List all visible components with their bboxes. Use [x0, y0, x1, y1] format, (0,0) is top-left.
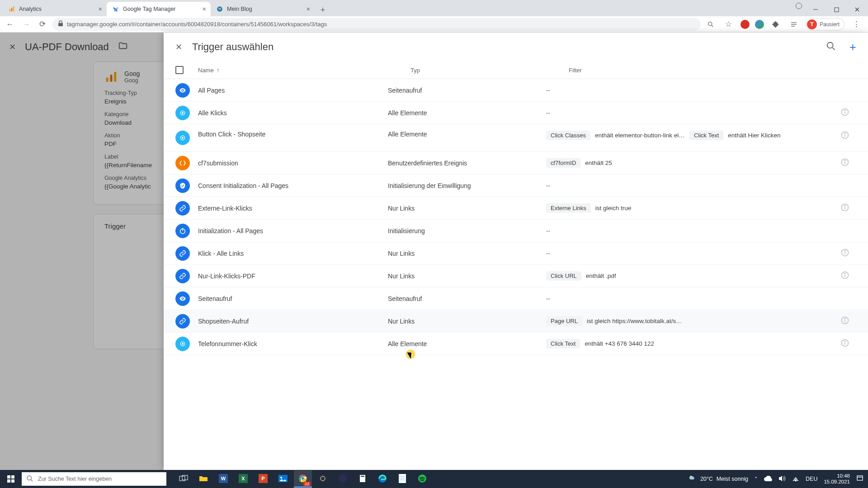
tray-chevron-icon[interactable]: ˄: [755, 476, 758, 483]
column-filter-header[interactable]: Filter: [569, 67, 834, 74]
weather-widget[interactable]: 20°C Meist sonnig: [688, 474, 748, 483]
trigger-type-icon: [175, 106, 190, 120]
trigger-name: Shopseiten-Aufruf: [198, 318, 388, 325]
column-name-header[interactable]: Name↑: [198, 66, 410, 74]
info-icon[interactable]: [840, 158, 849, 168]
bookmark-star-icon[interactable]: ☆: [722, 18, 735, 31]
column-type-header[interactable]: Typ: [410, 67, 569, 74]
weather-text: Meist sonnig: [717, 476, 748, 482]
trigger-type: Nur Links: [388, 205, 546, 212]
info-icon[interactable]: [840, 338, 849, 349]
trigger-filter: cf7formIDenthält 25: [546, 158, 834, 168]
volume-icon[interactable]: [778, 475, 786, 483]
trigger-type-icon: [175, 201, 190, 216]
trigger-row[interactable]: Externe-Link-KlicksNur LinksExterne Link…: [164, 197, 868, 220]
info-icon[interactable]: [840, 203, 849, 213]
close-tab-icon[interactable]: ×: [307, 5, 310, 13]
info-icon[interactable]: [840, 108, 849, 118]
info-icon[interactable]: [840, 248, 849, 258]
obs-icon[interactable]: [314, 470, 332, 488]
reload-button[interactable]: ⟳: [36, 18, 49, 31]
svg-rect-0: [9, 9, 10, 11]
svg-point-20: [827, 42, 833, 48]
trigger-type: Nur Links: [388, 318, 546, 325]
trigger-row[interactable]: Button Click - ShopseiteAlle ElementeCli…: [164, 124, 868, 152]
trigger-name: cf7submission: [198, 160, 388, 167]
add-trigger-button[interactable]: +: [849, 40, 856, 54]
info-icon[interactable]: [840, 131, 849, 141]
svg-point-71: [280, 477, 282, 479]
select-all-checkbox[interactable]: [175, 66, 184, 74]
svg-point-74: [319, 474, 327, 483]
close-panel-button[interactable]: ✕: [175, 42, 182, 52]
notifications-icon[interactable]: [856, 475, 863, 483]
reading-list-icon[interactable]: [788, 18, 800, 31]
maximize-button[interactable]: [826, 3, 846, 16]
url-input[interactable]: tagmanager.google.com/#/container/accoun…: [52, 18, 701, 31]
browser-tab-blog[interactable]: W Mein Blog ×: [211, 2, 315, 16]
close-window-button[interactable]: [847, 3, 867, 16]
excel-icon[interactable]: X: [234, 470, 252, 488]
trigger-row[interactable]: All PagesSeitenaufruf--: [164, 79, 868, 102]
close-tab-icon[interactable]: ×: [203, 5, 206, 13]
filter-text: enthält .pdf: [586, 272, 616, 279]
task-view-icon[interactable]: [175, 470, 193, 488]
filter-chip: Click Text: [546, 339, 580, 348]
app-icon[interactable]: [354, 470, 372, 488]
edge-icon[interactable]: [373, 470, 392, 488]
trigger-type: Seitenaufruf: [388, 87, 546, 94]
trigger-row[interactable]: Consent Initialization - All PagesInitia…: [164, 174, 868, 197]
svg-point-46: [844, 273, 845, 274]
trigger-filter: --: [546, 182, 834, 189]
file-explorer-icon[interactable]: [194, 470, 212, 488]
language-indicator[interactable]: DEU: [806, 476, 817, 482]
extension-icon[interactable]: [741, 20, 750, 29]
trigger-row[interactable]: Initialization - All PagesInitialisierun…: [164, 220, 868, 242]
clock[interactable]: 10:48 15.09.2021: [824, 473, 850, 485]
forward-button[interactable]: →: [20, 18, 33, 31]
trigger-type-icon: [175, 337, 190, 351]
trigger-name: Seitenaufruf: [198, 295, 388, 302]
app-icon[interactable]: [334, 470, 352, 488]
trigger-row[interactable]: Telefonnummer-KlickAlle ElementeClick Te…: [164, 333, 868, 355]
filter-empty: --: [546, 109, 550, 117]
trigger-type: Alle Elemente: [388, 109, 546, 117]
browser-menu-icon[interactable]: ⋮: [850, 18, 863, 31]
onedrive-icon[interactable]: [764, 476, 772, 483]
trigger-row[interactable]: Nur-Link-Klicks-PDFNur LinksClick URLent…: [164, 265, 868, 287]
search-placeholder: Zur Suche Text hier eingeben: [38, 476, 112, 482]
new-tab-button[interactable]: +: [316, 4, 329, 16]
back-button[interactable]: ←: [4, 18, 16, 31]
zoom-icon[interactable]: [704, 18, 717, 31]
taskbar-search[interactable]: Zur Suche Text hier eingeben: [22, 472, 166, 486]
trigger-row[interactable]: cf7submissionBenutzerdefiniertes Ereigni…: [164, 152, 868, 174]
minimize-button[interactable]: [806, 3, 826, 16]
browser-tab-gtm[interactable]: Google Tag Manager ×: [107, 2, 211, 16]
svg-rect-78: [361, 476, 364, 477]
powerpoint-icon[interactable]: P: [254, 470, 272, 488]
close-tab-icon[interactable]: ×: [99, 5, 102, 13]
browser-tab-analytics[interactable]: Analytics ×: [3, 2, 107, 16]
photos-icon[interactable]: [274, 470, 292, 488]
profile-chip[interactable]: T Pausiert: [806, 18, 844, 31]
extensions-menu-icon[interactable]: [769, 18, 782, 31]
trigger-type: Nur Links: [388, 250, 546, 257]
trigger-row[interactable]: SeitenaufrufSeitenaufruf--: [164, 287, 868, 310]
info-icon[interactable]: [840, 271, 849, 281]
extension-icon[interactable]: [755, 20, 764, 29]
word-icon[interactable]: W: [214, 470, 232, 488]
search-icon[interactable]: [826, 41, 836, 53]
network-icon[interactable]: [792, 475, 799, 483]
spotify-icon[interactable]: [413, 470, 431, 488]
chrome-icon[interactable]: 22: [294, 470, 312, 488]
start-button[interactable]: [0, 470, 22, 488]
account-indicator-icon[interactable]: [796, 3, 802, 9]
notepad-icon[interactable]: [393, 470, 411, 488]
trigger-row[interactable]: Klick - Alle LinksNur Links--: [164, 242, 868, 265]
info-icon[interactable]: [840, 316, 849, 326]
trigger-row[interactable]: Shopseiten-AufrufNur LinksPage URList gl…: [164, 310, 868, 333]
trigger-row[interactable]: Alle KlicksAlle Elemente--: [164, 102, 868, 124]
filter-empty: --: [546, 227, 550, 235]
svg-point-35: [844, 160, 845, 161]
filter-chip: Click Text: [689, 131, 723, 140]
